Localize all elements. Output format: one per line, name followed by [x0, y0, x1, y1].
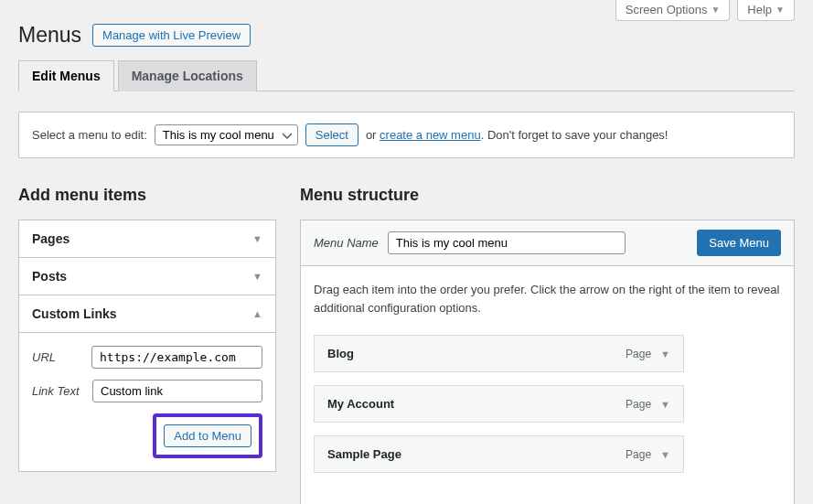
accordion-custom-links[interactable]: Custom Links ▲ [19, 295, 275, 332]
menu-item-title: Blog [327, 347, 354, 360]
link-text-input[interactable] [92, 380, 262, 402]
menu-name-input[interactable] [388, 231, 626, 254]
menu-item-type: Page [626, 448, 651, 461]
menu-structure-frame: Menu Name Save Menu Drag each item into … [300, 220, 795, 504]
help-button[interactable]: Help ▼ [737, 0, 795, 21]
chevron-down-icon[interactable]: ▼ [660, 349, 670, 359]
menu-item-title: My Account [327, 397, 394, 411]
menu-name-label: Menu Name [314, 236, 379, 250]
add-to-menu-highlight: Add to Menu [153, 413, 262, 458]
live-preview-button[interactable]: Manage with Live Preview [92, 24, 251, 47]
chevron-down-icon: ▼ [252, 233, 262, 244]
page-title: Menus [18, 23, 81, 48]
or-text: or [366, 128, 377, 142]
menu-items-list: Blog Page ▼ My Account Page ▼ [301, 335, 794, 504]
menu-item-type: Page [626, 348, 651, 360]
add-to-menu-button[interactable]: Add to Menu [164, 424, 251, 447]
menu-item[interactable]: My Account Page ▼ [314, 385, 684, 423]
add-items-accordion: Pages ▼ Posts ▼ Custom Links ▲ URL [18, 220, 276, 472]
chevron-down-icon: ▼ [711, 5, 720, 15]
link-text-label: Link Text [32, 384, 92, 398]
reminder-text: . Don't forget to save your changes! [481, 128, 669, 142]
menu-item[interactable]: Sample Page Page ▼ [314, 435, 684, 473]
menu-item-type: Page [626, 398, 651, 411]
select-button[interactable]: Select [305, 123, 358, 146]
menu-select[interactable]: This is my cool menu [155, 124, 298, 145]
chevron-down-icon: ▼ [252, 271, 262, 282]
menu-item-title: Sample Page [327, 447, 401, 461]
select-menu-bar: Select a menu to edit: This is my cool m… [18, 112, 795, 158]
nav-tabs: Edit Menus Manage Locations [18, 60, 795, 91]
screen-options-button[interactable]: Screen Options ▼ [615, 0, 731, 21]
accordion-posts[interactable]: Posts ▼ [19, 257, 275, 295]
chevron-down-icon[interactable]: ▼ [660, 399, 670, 410]
tab-edit-menus[interactable]: Edit Menus [18, 60, 114, 91]
url-label: URL [32, 350, 91, 364]
chevron-up-icon: ▲ [252, 308, 262, 319]
chevron-down-icon: ▼ [776, 5, 785, 15]
menu-structure-heading: Menu structure [300, 186, 795, 205]
save-menu-button[interactable]: Save Menu [697, 230, 781, 256]
screen-options-label: Screen Options [626, 3, 708, 16]
custom-links-panel: URL Link Text Add to Menu [19, 332, 275, 471]
accordion-pages[interactable]: Pages ▼ [19, 220, 275, 257]
chevron-down-icon[interactable]: ▼ [660, 449, 670, 460]
add-items-heading: Add menu items [18, 186, 276, 205]
tab-manage-locations[interactable]: Manage Locations [118, 60, 257, 91]
menu-instructions: Drag each item into the order you prefer… [301, 266, 794, 335]
create-new-menu-link[interactable]: create a new menu [380, 128, 481, 142]
url-input[interactable] [91, 346, 262, 369]
menu-item[interactable]: Blog Page ▼ [314, 335, 684, 372]
help-label: Help [747, 3, 772, 16]
select-menu-label: Select a menu to edit: [32, 128, 147, 142]
